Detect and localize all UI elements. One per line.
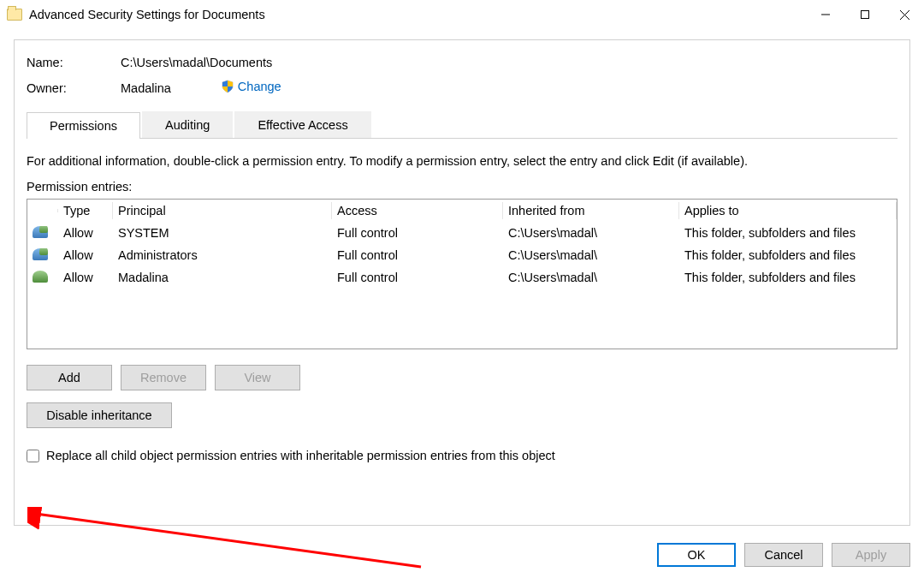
dialog-footer: OK Cancel Apply — [657, 543, 910, 567]
cell-type: Allow — [58, 248, 113, 262]
cell-principal: Madalina — [113, 271, 332, 284]
cell-access: Full control — [332, 248, 503, 262]
cell-access: Full control — [332, 271, 503, 284]
owner-label: Owner: — [27, 81, 121, 95]
cell-inherited: C:\Users\madal\ — [503, 248, 679, 262]
cell-inherited: C:\Users\madal\ — [503, 271, 679, 284]
entries-label: Permission entries: — [27, 180, 897, 194]
col-applies[interactable]: Applies to — [679, 202, 897, 219]
permissions-grid: Type Principal Access Inherited from App… — [27, 199, 897, 349]
cell-principal: Administrators — [113, 248, 332, 262]
cell-principal: SYSTEM — [113, 226, 332, 240]
grid-header: Type Principal Access Inherited from App… — [27, 200, 897, 222]
ok-button[interactable]: OK — [657, 543, 736, 567]
table-row[interactable]: AllowAdministratorsFull controlC:\Users\… — [27, 244, 897, 266]
minimize-button[interactable] — [806, 1, 845, 28]
tab-permissions[interactable]: Permissions — [27, 112, 140, 139]
view-button[interactable]: View — [215, 365, 300, 390]
principal-icon — [33, 271, 48, 283]
col-type[interactable]: Type — [58, 202, 113, 219]
col-access[interactable]: Access — [332, 202, 503, 219]
shield-icon — [221, 80, 234, 96]
cancel-button[interactable]: Cancel — [744, 543, 823, 567]
name-label: Name: — [27, 56, 121, 69]
maximize-button[interactable] — [845, 1, 885, 28]
owner-row: Owner: Madalina Change — [27, 80, 897, 96]
col-inherited[interactable]: Inherited from — [503, 202, 679, 219]
folder-icon — [7, 9, 22, 21]
replace-children-label: Replace all child object permission entr… — [46, 449, 555, 462]
disable-inheritance-button[interactable]: Disable inheritance — [27, 402, 172, 428]
hint-text: For additional information, double-click… — [27, 154, 897, 168]
add-button[interactable]: Add — [27, 365, 112, 390]
entry-buttons-row: Add Remove View — [27, 365, 897, 390]
cell-inherited: C:\Users\madal\ — [503, 226, 679, 240]
tab-effective-access[interactable]: Effective Access — [234, 111, 370, 138]
close-button[interactable] — [885, 1, 924, 28]
titlebar: Advanced Security Settings for Documents — [0, 0, 924, 29]
main-panel: Name: C:\Users\madal\Documents Owner: Ma… — [14, 39, 910, 526]
cell-type: Allow — [58, 226, 113, 240]
window-title: Advanced Security Settings for Documents — [29, 8, 265, 21]
remove-button[interactable]: Remove — [121, 365, 206, 390]
apply-button[interactable]: Apply — [832, 543, 910, 567]
cell-type: Allow — [58, 271, 113, 284]
name-row: Name: C:\Users\madal\Documents — [27, 56, 897, 69]
cell-access: Full control — [332, 226, 503, 240]
col-principal[interactable]: Principal — [113, 202, 332, 219]
change-owner-label: Change — [238, 80, 281, 93]
tab-auditing[interactable]: Auditing — [142, 111, 233, 138]
cell-applies: This folder, subfolders and files — [679, 271, 897, 284]
principal-icon — [33, 248, 48, 260]
change-owner-link[interactable]: Change — [221, 80, 281, 96]
cell-applies: This folder, subfolders and files — [679, 226, 897, 240]
replace-children-row: Replace all child object permission entr… — [27, 449, 897, 462]
table-row[interactable]: AllowMadalinaFull controlC:\Users\madal\… — [27, 266, 897, 289]
tabstrip: Permissions Auditing Effective Access — [27, 111, 897, 139]
replace-children-checkbox[interactable] — [27, 450, 39, 462]
cell-applies: This folder, subfolders and files — [679, 248, 897, 262]
principal-icon — [33, 226, 48, 238]
owner-value: Madalina — [121, 81, 171, 95]
table-row[interactable]: AllowSYSTEMFull controlC:\Users\madal\Th… — [27, 222, 897, 244]
svg-rect-1 — [862, 11, 869, 19]
name-value: C:\Users\madal\Documents — [121, 56, 272, 69]
